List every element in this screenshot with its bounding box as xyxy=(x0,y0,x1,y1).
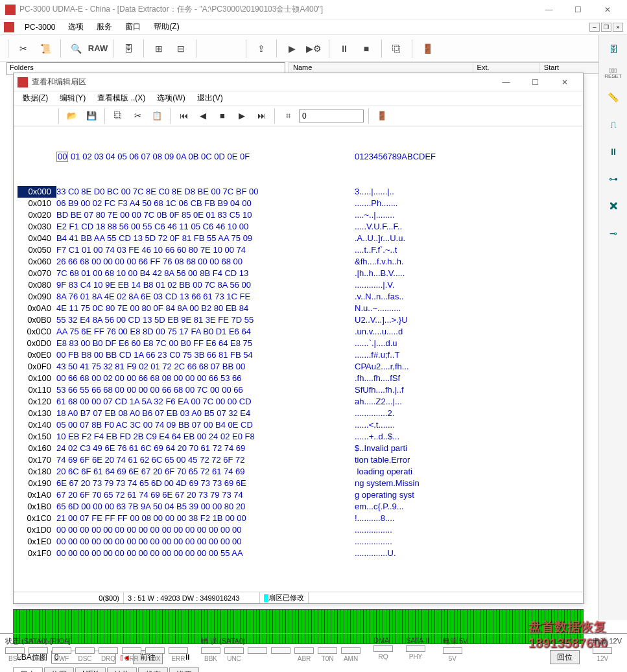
hex-maximize[interactable]: ☐ xyxy=(521,73,550,92)
stop-icon[interactable]: ■ xyxy=(357,39,376,58)
col-name[interactable]: Name xyxy=(289,63,473,73)
hex-menu-data[interactable]: 数据(Z) xyxy=(18,91,53,105)
led-ERR: ERR xyxy=(169,647,188,662)
prev-icon[interactable]: ◀ xyxy=(195,108,211,124)
hex-close[interactable]: ✕ xyxy=(550,73,579,92)
mdi-minimize[interactable]: – xyxy=(589,23,600,32)
hex-row[interactable]: 0x16024 02 C3 49 6E 76 61 6C 69 64 20 70… xyxy=(18,443,579,454)
hex-row[interactable]: 0x11053 66 55 66 68 00 00 00 00 66 68 00… xyxy=(18,384,579,396)
script-icon[interactable]: 📜 xyxy=(36,39,55,58)
hex-row[interactable]: 0x0D0E8 83 00 B0 DF E6 60 E8 7C 00 B0 FF… xyxy=(18,338,579,349)
hex-grid[interactable]: 00 01 02 03 04 05 06 07 08 09 0A 0B 0C 0… xyxy=(14,126,583,584)
stop2-icon[interactable]: ■ xyxy=(214,108,231,124)
hex-row[interactable]: 0x1D000 00 00 00 00 00 00 00 00 00 00 00… xyxy=(18,524,579,536)
exit-icon[interactable]: 🚪 xyxy=(418,39,437,58)
play-icon[interactable]: ▶ xyxy=(282,39,302,58)
tree2-icon[interactable]: ⊟ xyxy=(171,39,191,58)
menu-pc3000[interactable]: PC-3000 xyxy=(19,21,60,33)
hex-row[interactable]: 0x1906E 67 20 73 79 73 74 65 6D 00 4D 69… xyxy=(18,478,579,489)
save-icon[interactable]: 💾 xyxy=(83,108,100,124)
tools-icon[interactable]: ✂ xyxy=(14,39,33,58)
hex-row[interactable]: 0x15010 EB F2 F4 EB FD 2B C9 E4 64 EB 00… xyxy=(18,431,579,443)
hex-minimize[interactable]: — xyxy=(491,73,521,92)
binoculars-icon[interactable]: 🔍 xyxy=(66,39,86,58)
hex-menu-template[interactable]: 查看模版 ..(X) xyxy=(92,91,150,105)
hex-row[interactable]: 0x01006 B9 00 02 FC F3 A4 50 68 1C 06 CB… xyxy=(18,198,579,209)
menu-window[interactable]: 窗口 xyxy=(120,20,146,34)
status-modified: 扇区已修改 xyxy=(260,592,309,603)
menu-options[interactable]: 选项 xyxy=(63,20,89,34)
hex-row[interactable]: 0x030E2 F1 CD 18 88 56 00 55 C6 46 11 05… xyxy=(18,221,579,233)
led-blank xyxy=(271,647,290,662)
hex-row[interactable]: 0x13018 A0 B7 07 EB 08 A0 B6 07 EB 03 A0… xyxy=(18,408,579,419)
led-UNC: UNC xyxy=(224,647,244,662)
reset-button[interactable]: ▯▯▯RESET xyxy=(604,67,622,79)
hex-menu-exit[interactable]: 退出(V) xyxy=(192,91,228,105)
link-icon[interactable]: ⊸ xyxy=(604,224,622,242)
mdi-restore[interactable]: ❐ xyxy=(601,23,611,32)
grid-icon[interactable]: ⌗ xyxy=(279,108,296,124)
hex-row[interactable]: 0x06026 66 68 00 00 00 00 66 FF 76 08 68… xyxy=(18,256,579,268)
hex-row[interactable]: 0x020BD BE 07 80 7E 00 00 7C 0B 0F 85 0E… xyxy=(18,209,579,221)
hex-row[interactable]: 0x00033 C0 8E D0 BC 00 7C 8E C0 8E D8 BE… xyxy=(18,186,579,198)
minimize-button[interactable]: — xyxy=(534,0,563,19)
hex-row[interactable]: 0x1E000 00 00 00 00 00 00 00 00 00 00 00… xyxy=(18,536,579,548)
hex-row[interactable]: 0x1F000 00 00 00 00 00 00 00 00 00 00 00… xyxy=(18,548,579,559)
error-label: 错 误 (SATA0) xyxy=(201,636,361,646)
maximize-button[interactable]: ☐ xyxy=(563,0,593,19)
disk-icon[interactable]: 🗄 xyxy=(119,39,138,58)
right-sidebar: 🗄 ▯▯▯RESET 📏 ⎍ ⏸ ⊶ 🗙 ⊸ xyxy=(598,35,627,620)
cut-icon[interactable]: ✂ xyxy=(129,108,146,124)
hex-row[interactable]: 0x1B065 6D 00 00 00 63 7B 9A 50 04 B5 39… xyxy=(18,501,579,513)
hex-row[interactable]: 0x12061 68 00 00 07 CD 1A 5A 32 F6 EA 00… xyxy=(18,396,579,408)
main-titlebar: PC-3000 UDMA-E - China - [Data Extractor… xyxy=(0,0,627,19)
copy2-icon[interactable]: ⿻ xyxy=(110,108,126,124)
hex-row[interactable]: 0x0707C 68 01 00 68 10 00 B4 42 8A 56 00… xyxy=(18,268,579,279)
hex-menu-options[interactable]: 选项(W) xyxy=(152,91,190,105)
pause3-icon[interactable]: ⏸ xyxy=(604,143,622,161)
connector-icon[interactable]: ⊶ xyxy=(604,170,622,188)
open-icon[interactable]: 📂 xyxy=(64,108,80,124)
hex-row[interactable]: 0x0908A 76 01 8A 4E 02 8A 6E 03 CD 13 66… xyxy=(18,291,579,303)
hex-row[interactable]: 0x0F043 50 41 75 32 81 F9 02 01 72 2C 66… xyxy=(18,361,579,373)
hex-row[interactable]: 0x18020 6C 6F 61 64 69 6E 67 20 6F 70 65… xyxy=(18,466,579,478)
hex-row[interactable]: 0x17074 69 6F 6E 20 74 61 62 6C 65 00 45… xyxy=(18,454,579,466)
hex-row[interactable]: 0x050F7 C1 01 00 74 03 FE 46 10 66 60 80… xyxy=(18,244,579,256)
copy-icon[interactable]: ⿻ xyxy=(387,39,407,58)
hex-menu-edit[interactable]: 编辑(Y) xyxy=(54,91,91,105)
menu-help[interactable]: 帮助(Z) xyxy=(148,20,184,34)
cancel-x-icon[interactable]: 🗙 xyxy=(604,197,622,215)
hex-row[interactable]: 0x1C021 00 07 FE FF FF 00 08 00 00 00 38… xyxy=(18,513,579,524)
hex-row[interactable]: 0x0809F 83 C4 10 9E EB 14 B8 01 02 BB 00… xyxy=(18,279,579,291)
disk-cylinder-icon[interactable]: 🗄 xyxy=(604,40,622,58)
chip-icon[interactable]: ⎍ xyxy=(604,115,622,133)
hex-row[interactable]: 0x1A067 20 6F 70 65 72 61 74 69 6E 67 20… xyxy=(18,489,579,501)
dma-label: DMA xyxy=(373,636,393,644)
next-icon[interactable]: ▶ xyxy=(233,108,250,124)
export-icon[interactable]: ⇪ xyxy=(252,39,271,58)
hex-row[interactable]: 0x10000 66 68 00 02 00 00 66 68 08 00 00… xyxy=(18,373,579,384)
mdi-close[interactable]: × xyxy=(613,23,623,32)
close-button[interactable]: ✕ xyxy=(593,0,622,19)
ruler-icon[interactable]: 📏 xyxy=(604,88,622,106)
hex-row[interactable]: 0x14005 00 07 8B F0 AC 3C 00 74 09 BB 07… xyxy=(18,419,579,431)
hex-row[interactable]: 0x0C0AA 75 6E FF 76 00 E8 8D 00 75 17 FA… xyxy=(18,326,579,338)
hex-row[interactable]: 0x0E000 FB B8 00 BB CD 1A 66 23 C0 75 3B… xyxy=(18,349,579,361)
hex-blank2[interactable] xyxy=(37,108,54,124)
hex-blank1[interactable] xyxy=(18,108,34,124)
hex-row[interactable]: 0x0A04E 11 75 0C 80 7E 00 80 0F 84 8A 00… xyxy=(18,303,579,314)
tree1-icon[interactable]: ⊞ xyxy=(149,39,169,58)
raw-button[interactable]: RAW xyxy=(88,39,108,58)
paste-icon[interactable]: 📋 xyxy=(148,108,165,124)
hex-toolbar: 📂 💾 ⿻ ✂ 📋 ⏮ ◀ ■ ▶ ⏭ ⌗ 🚪 xyxy=(14,106,583,126)
goto-input[interactable] xyxy=(299,110,364,122)
first-icon[interactable]: ⏮ xyxy=(175,108,192,124)
exit2-icon[interactable]: 🚪 xyxy=(373,108,390,124)
hex-row[interactable]: 0x0B055 32 E4 8A 56 00 CD 13 5D EB 9E 81… xyxy=(18,314,579,326)
bottom-statusbar: 状态 (SATA0)-[PIO4] BSYDRDDWFDSCDRQCRRIDXE… xyxy=(0,633,627,672)
last-icon[interactable]: ⏭ xyxy=(253,108,270,124)
hex-row[interactable]: 0x040B4 41 BB AA 55 CD 13 5D 72 0F 81 FB… xyxy=(18,233,579,244)
pause-icon[interactable]: ⏸ xyxy=(335,39,354,58)
play-gear-icon[interactable]: ▶⚙ xyxy=(304,39,324,58)
menu-service[interactable]: 服务 xyxy=(91,20,117,34)
